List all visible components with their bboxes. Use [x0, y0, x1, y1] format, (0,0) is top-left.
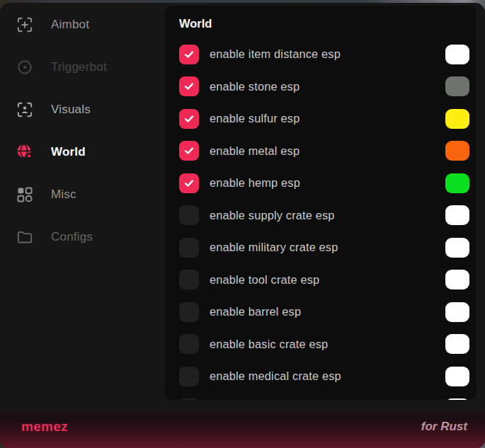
misc-icon — [16, 185, 34, 204]
world-icon — [16, 143, 34, 161]
esp-checkbox[interactable] — [179, 270, 199, 289]
sidebar-item-visuals[interactable]: Visuals — [0, 88, 165, 131]
color-swatch[interactable] — [445, 270, 469, 289]
color-swatch[interactable] — [445, 76, 469, 96]
esp-row-enable-metal-esp: enable metal esp — [179, 135, 469, 168]
cheat-menu-window: Aimbot Triggerbot Visuals World Misc Con… — [0, 0, 485, 448]
overlay-window: Aimbot Triggerbot Visuals World Misc Con… — [0, 3, 485, 448]
esp-row-label: enable basic crate esp — [210, 338, 328, 351]
esp-checkbox[interactable] — [179, 238, 199, 258]
color-swatch[interactable] — [445, 173, 469, 193]
triggerbot-icon — [16, 58, 34, 76]
world-panel: World enable item distance esp enable st… — [165, 6, 477, 400]
esp-checkbox[interactable] — [179, 173, 199, 193]
esp-row-enable-tool-crate-esp: enable tool crate esp — [179, 264, 469, 297]
esp-row-label: enable hemp esp — [210, 176, 300, 190]
footer-bar: memez for Rust — [0, 406, 485, 448]
esp-row-label: enable barrel esp — [210, 305, 301, 318]
esp-row-enable-barrel-esp: enable barrel esp — [179, 296, 469, 328]
sidebar-item-aimbot[interactable]: Aimbot — [0, 4, 165, 46]
esp-row-label: enable medical crate esp — [210, 369, 341, 383]
color-swatch[interactable] — [445, 205, 469, 225]
sidebar-item-configs[interactable]: Configs — [0, 216, 165, 258]
esp-row-enable-stone-esp: enable stone esp — [179, 71, 469, 103]
check-icon — [183, 113, 195, 125]
esp-row-label: enable metal esp — [210, 144, 299, 158]
esp-row-enable-hemp-esp: enable hemp esp — [179, 167, 469, 200]
aimbot-icon — [16, 16, 34, 34]
esp-row-label: enable military crate esp — [210, 241, 338, 254]
brand-tagline: for Rust — [421, 420, 467, 434]
esp-row-label: enable item distance esp — [210, 47, 341, 61]
esp-checkbox[interactable] — [179, 76, 199, 96]
esp-row-label: enable sulfur esp — [210, 112, 299, 125]
sidebar: Aimbot Triggerbot Visuals World Misc Con… — [0, 3, 165, 406]
esp-row-label: enable stone esp — [210, 80, 299, 93]
esp-checkbox[interactable] — [179, 398, 199, 400]
sidebar-item-misc[interactable]: Misc — [0, 173, 165, 216]
esp-row-enable-basic-crate-esp: enable basic crate esp — [179, 328, 469, 361]
color-swatch[interactable] — [445, 302, 469, 322]
color-swatch[interactable] — [445, 334, 469, 354]
esp-row-label: enable supply crate esp — [210, 209, 335, 222]
esp-checkbox[interactable] — [179, 205, 199, 225]
sidebar-item-world[interactable]: World — [0, 131, 165, 173]
check-icon — [183, 48, 195, 61]
color-swatch[interactable] — [445, 367, 469, 386]
esp-row — [179, 393, 469, 401]
configs-icon — [16, 228, 34, 246]
sidebar-item-triggerbot[interactable]: Triggerbot — [0, 46, 165, 88]
esp-row-enable-item-distance-esp: enable item distance esp — [179, 38, 469, 71]
esp-checkbox[interactable] — [179, 109, 199, 129]
color-swatch[interactable] — [445, 398, 469, 400]
color-swatch[interactable] — [445, 238, 469, 258]
esp-settings-list: enable item distance esp enable stone es… — [179, 38, 469, 400]
esp-checkbox[interactable] — [179, 302, 199, 322]
color-swatch[interactable] — [445, 109, 469, 129]
esp-row-enable-military-crate-esp: enable military crate esp — [179, 231, 469, 264]
esp-checkbox[interactable] — [179, 45, 199, 64]
esp-row-enable-medical-crate-esp: enable medical crate esp — [179, 360, 469, 393]
check-icon — [183, 177, 195, 190]
esp-row-enable-supply-crate-esp: enable supply crate esp — [179, 200, 469, 232]
check-icon — [183, 80, 195, 93]
brand-name: memez — [21, 419, 68, 435]
check-icon — [183, 144, 195, 157]
esp-checkbox[interactable] — [179, 141, 199, 161]
color-swatch[interactable] — [445, 45, 469, 64]
page-title: World — [179, 16, 469, 31]
esp-checkbox[interactable] — [179, 367, 199, 386]
esp-row-enable-sulfur-esp: enable sulfur esp — [179, 103, 469, 135]
color-swatch[interactable] — [445, 141, 469, 161]
visuals-icon — [16, 100, 34, 119]
esp-row-label: enable tool crate esp — [210, 273, 319, 287]
esp-checkbox[interactable] — [179, 334, 199, 354]
